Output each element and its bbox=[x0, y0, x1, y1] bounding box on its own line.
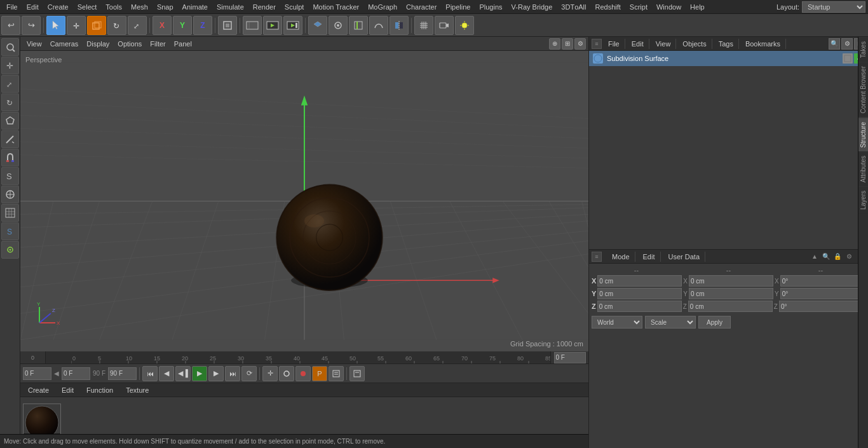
vp-menu-view[interactable]: View bbox=[23, 39, 46, 49]
start-frame-input[interactable] bbox=[23, 367, 51, 380]
edge-tab-structure[interactable]: Structure bbox=[858, 118, 868, 152]
attr-tab-mode[interactable]: Mode bbox=[607, 252, 635, 262]
edge-tab-content-browser[interactable]: Content Browser bbox=[858, 62, 868, 117]
menu-3dtoall[interactable]: 3DTоAll bbox=[557, 2, 590, 12]
preview-start-input[interactable] bbox=[62, 367, 90, 380]
view-cube-top-button[interactable] bbox=[308, 16, 327, 35]
attr-tab-user-data[interactable]: User Data bbox=[663, 252, 706, 262]
sidebar-scale-tool[interactable]: ⤢ bbox=[1, 75, 19, 93]
vp-menu-panel[interactable]: Panel bbox=[170, 39, 196, 49]
menu-help[interactable]: Help bbox=[686, 2, 709, 12]
obj-tab-objects[interactable]: Objects bbox=[677, 39, 712, 49]
menu-script[interactable]: Script bbox=[626, 2, 651, 12]
sidebar-live-selection[interactable] bbox=[1, 38, 19, 56]
axis-z-button[interactable]: Z bbox=[193, 16, 212, 35]
axis-y-button[interactable]: Y bbox=[173, 16, 192, 35]
menu-mograph[interactable]: MoGraph bbox=[364, 2, 401, 12]
attr-search-icon[interactable]: 🔍 bbox=[821, 252, 831, 262]
keyframe-options-button[interactable] bbox=[329, 366, 344, 381]
obj-tab-view[interactable]: View bbox=[651, 39, 677, 49]
next-key-button[interactable]: ▶ bbox=[208, 366, 224, 381]
vp-menu-display[interactable]: Display bbox=[83, 39, 113, 49]
menu-redshift[interactable]: Redshift bbox=[591, 2, 624, 12]
render-active-button[interactable] bbox=[263, 16, 282, 35]
menu-tools[interactable]: Tools bbox=[102, 2, 126, 12]
y-rot-input[interactable] bbox=[689, 288, 773, 299]
attr-settings-icon[interactable]: ⚙ bbox=[844, 252, 854, 262]
mat-tab-create[interactable]: Create bbox=[23, 385, 54, 395]
obj-search-btn[interactable]: 🔍 bbox=[829, 38, 840, 50]
menu-animate[interactable]: Animate bbox=[179, 2, 212, 12]
timeline-options-button[interactable] bbox=[349, 366, 365, 381]
timeline-ruler-inner[interactable]: 0 5 10 15 20 25 30 bbox=[71, 351, 550, 363]
obj-tab-bookmarks[interactable]: Bookmarks bbox=[740, 39, 786, 49]
subdiv-surface-row[interactable]: Subdivision Surface ✓ bbox=[589, 51, 868, 66]
x-pos-input[interactable] bbox=[597, 275, 682, 287]
cube-tool-button[interactable] bbox=[87, 16, 106, 35]
mirror-button[interactable] bbox=[390, 16, 409, 35]
y-pos-input[interactable] bbox=[597, 288, 682, 299]
menu-pipeline[interactable]: Pipeline bbox=[442, 2, 474, 12]
add-keyframe-button[interactable]: ✛ bbox=[262, 366, 278, 381]
render-button[interactable] bbox=[283, 16, 302, 35]
y-scale-input[interactable] bbox=[780, 288, 865, 299]
vp-menu-filter[interactable]: Filter bbox=[146, 39, 169, 49]
end-frame-input[interactable] bbox=[108, 367, 137, 380]
layout-dropdown[interactable]: Startup bbox=[802, 1, 865, 13]
viewport-maximize-btn[interactable]: ⊕ bbox=[549, 38, 560, 50]
current-frame-input-right[interactable] bbox=[554, 352, 586, 363]
mat-tab-edit[interactable]: Edit bbox=[57, 385, 79, 395]
play-back-button[interactable]: ◀▐ bbox=[175, 366, 191, 381]
obj-mgr-hamburger[interactable]: ≡ bbox=[592, 39, 602, 49]
z-pos-input[interactable] bbox=[597, 301, 682, 312]
sidebar-rotate-tool[interactable]: ↻ bbox=[1, 93, 19, 111]
sidebar-pen-tool[interactable]: S bbox=[1, 167, 19, 185]
goto-start-button[interactable]: ⏮ bbox=[142, 366, 158, 381]
obj-tab-file[interactable]: File bbox=[603, 39, 625, 49]
play-button[interactable]: ▶ bbox=[192, 366, 207, 381]
light-button[interactable] bbox=[455, 16, 474, 35]
rotate-tool-button[interactable]: ↻ bbox=[107, 16, 126, 35]
menu-select[interactable]: Select bbox=[74, 2, 101, 12]
camera-button[interactable] bbox=[435, 16, 454, 35]
move-tool-button[interactable]: ✛ bbox=[67, 16, 86, 35]
undo-button[interactable]: ↩ bbox=[1, 16, 20, 35]
attr-pin-icon[interactable]: ▲ bbox=[810, 252, 820, 262]
menu-edit[interactable]: Edit bbox=[23, 2, 43, 12]
sidebar-move-tool[interactable]: ✛ bbox=[1, 57, 19, 74]
menu-window[interactable]: Window bbox=[653, 2, 685, 12]
obj-tab-tags[interactable]: Tags bbox=[714, 39, 739, 49]
goto-end-button[interactable]: ⏭ bbox=[225, 366, 240, 381]
menu-file[interactable]: File bbox=[3, 2, 22, 12]
z-rot-input[interactable] bbox=[688, 301, 773, 312]
menu-sculpt[interactable]: Sculpt bbox=[281, 2, 308, 12]
auto-key-button[interactable]: P bbox=[312, 366, 327, 381]
sidebar-snap-tool[interactable] bbox=[1, 241, 19, 259]
render-region-button[interactable] bbox=[243, 16, 262, 35]
attr-tab-edit[interactable]: Edit bbox=[638, 252, 661, 262]
attr-lock-icon[interactable]: 🔒 bbox=[832, 252, 843, 262]
menu-render[interactable]: Render bbox=[249, 2, 280, 12]
keyframe-circle-button[interactable] bbox=[279, 366, 294, 381]
select-loop-button[interactable] bbox=[349, 16, 368, 35]
x-scale-input[interactable] bbox=[780, 275, 865, 287]
menu-mesh[interactable]: Mesh bbox=[127, 2, 152, 12]
x-rot-input[interactable] bbox=[689, 275, 773, 287]
record-button[interactable] bbox=[295, 366, 311, 381]
viewport[interactable]: Perspective Grid Spacing : 1000 cm bbox=[20, 51, 588, 351]
vp-menu-options[interactable]: Options bbox=[114, 39, 146, 49]
world-dropdown[interactable]: World bbox=[592, 316, 642, 329]
scale-dropdown[interactable]: Scale bbox=[645, 316, 696, 329]
obj-tab-edit[interactable]: Edit bbox=[627, 39, 649, 49]
edge-tab-attributes[interactable]: Attributes bbox=[858, 151, 868, 186]
view-draw-button[interactable] bbox=[329, 16, 348, 35]
viewport-settings-btn[interactable]: ⚙ bbox=[574, 38, 586, 50]
spline-button[interactable] bbox=[369, 16, 388, 35]
viewport-layout-btn[interactable]: ⊞ bbox=[562, 38, 573, 50]
scale-tool-button[interactable]: ⤢ bbox=[128, 16, 147, 35]
mat-tab-function[interactable]: Function bbox=[81, 385, 118, 395]
menu-vray[interactable]: V-Ray Bridge bbox=[508, 2, 557, 12]
sidebar-soft-selection[interactable]: S bbox=[1, 222, 19, 240]
sidebar-polygon-tool[interactable] bbox=[1, 112, 19, 130]
menu-create[interactable]: Create bbox=[44, 2, 72, 12]
